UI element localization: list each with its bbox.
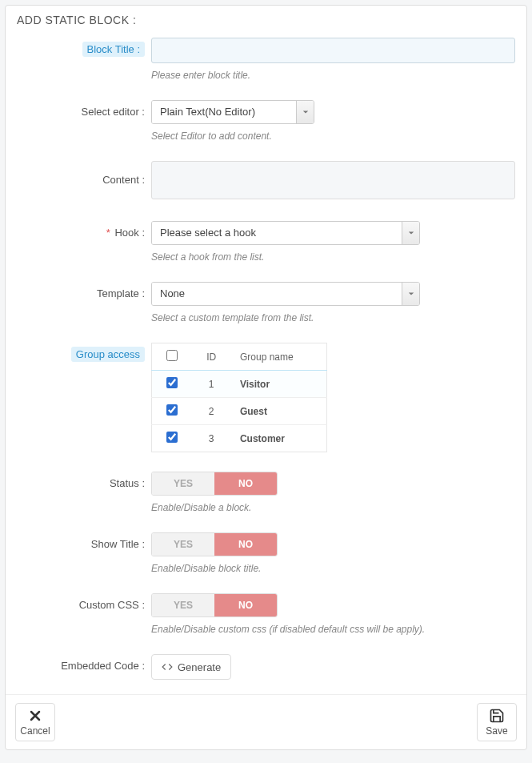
label-group-access: Group access [71,347,145,362]
row-id: 2 [192,398,230,425]
label-embedded-code: Embedded Code : [17,654,151,672]
row-name: Guest [230,398,327,425]
row-show-title: Show Title : YES NO Enable/Disable block… [17,532,515,574]
form-body: Block Title : Please enter block title. … [6,30,526,694]
label-status: Status : [17,472,151,489]
generate-button-label: Generate [178,661,221,673]
template-select[interactable]: None [151,282,420,306]
required-marker: * [106,227,110,239]
save-button-label: Save [486,725,507,737]
group-access-table: ID Group name 1 Visitor 2 [151,343,327,452]
helper-status: Enable/Disable a block. [151,502,515,513]
status-toggle[interactable]: YES NO [151,472,278,496]
panel-footer: Cancel Save [6,694,526,749]
col-id: ID [192,343,230,371]
row-checkbox[interactable] [166,404,178,416]
editor-select-value: Plain Text(No Editor) [152,101,296,123]
row-select-editor: Select editor : Plain Text(No Editor) Se… [17,100,515,142]
generate-button[interactable]: Generate [151,654,231,680]
row-template: Template : None Select a custom template… [17,282,515,323]
close-icon [27,708,43,724]
row-name: Customer [230,425,327,452]
select-all-checkbox[interactable] [166,350,178,361]
row-block-title: Block Title : Please enter block title. [17,38,515,81]
toggle-yes: YES [152,533,214,556]
label-block-title: Block Title : [82,42,145,57]
content-textarea[interactable] [151,161,515,199]
row-id: 3 [192,425,230,452]
row-embedded-code: Embedded Code : Generate [17,654,515,680]
toggle-no: NO [214,533,277,556]
template-select-value: None [152,283,402,305]
label-template: Template : [17,282,151,299]
custom-css-toggle[interactable]: YES NO [151,593,278,617]
helper-hook: Select a hook from the list. [151,251,515,263]
toggle-yes: YES [152,472,214,495]
label-show-title: Show Title : [17,532,151,550]
cancel-button[interactable]: Cancel [15,703,55,741]
row-id: 1 [192,371,230,398]
block-title-input[interactable] [151,38,515,63]
hook-select-value: Please select a hook [152,222,402,244]
label-hook: Hook : [114,227,145,239]
row-name: Visitor [230,371,327,398]
row-hook: * Hook : Please select a hook Select a h… [17,221,515,263]
editor-select[interactable]: Plain Text(No Editor) [151,100,314,124]
row-custom-css: Custom CSS : YES NO Enable/Disable custo… [17,593,515,635]
table-row: 3 Customer [152,425,327,452]
label-select-editor: Select editor : [17,100,151,118]
col-name: Group name [230,343,327,371]
add-static-block-panel: ADD STATIC BLOCK : Block Title : Please … [5,5,527,750]
chevron-down-icon [402,283,419,305]
label-content: Content : [17,161,151,186]
table-row: 2 Guest [152,398,327,425]
helper-show-title: Enable/Disable block title. [151,563,515,574]
chevron-down-icon [402,222,419,244]
save-button[interactable]: Save [477,703,517,741]
row-group-access: Group access ID Group name 1 [17,343,515,452]
helper-editor: Select Editor to add content. [151,131,515,142]
helper-custom-css: Enable/Disable custom css (if disabled d… [151,624,515,635]
show-title-toggle[interactable]: YES NO [151,532,278,556]
helper-template: Select a custom template from the list. [151,312,515,323]
panel-title: ADD STATIC BLOCK : [6,6,526,30]
toggle-no: NO [214,594,277,616]
chevron-down-icon [296,101,314,123]
table-row: 1 Visitor [152,371,327,398]
row-content: Content : [17,161,515,202]
code-icon [162,661,173,673]
helper-block-title: Please enter block title. [151,70,515,81]
cancel-button-label: Cancel [20,725,50,737]
toggle-no: NO [214,472,277,495]
toggle-yes: YES [152,594,214,616]
row-status: Status : YES NO Enable/Disable a block. [17,472,515,513]
hook-select[interactable]: Please select a hook [151,221,420,245]
save-icon [489,708,505,724]
row-checkbox[interactable] [166,432,178,443]
label-custom-css: Custom CSS : [17,593,151,611]
row-checkbox[interactable] [166,377,178,388]
